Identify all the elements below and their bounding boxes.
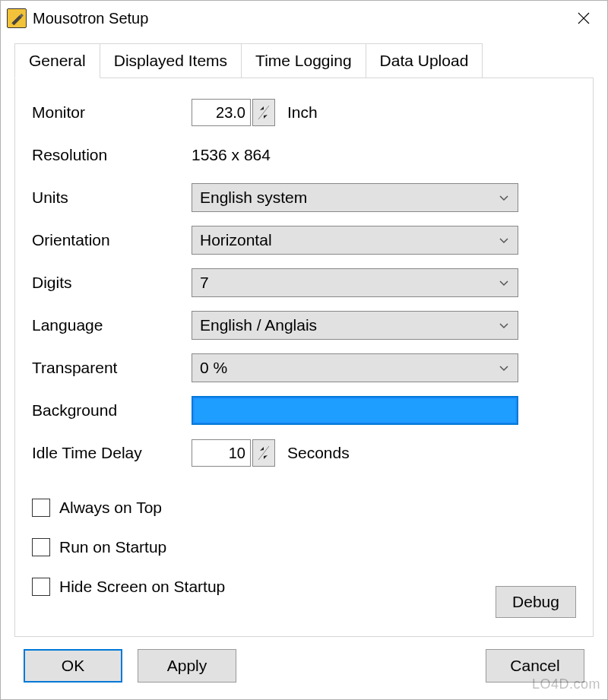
dialog-content: General Displayed Items Time Logging Dat… bbox=[1, 36, 607, 699]
monitor-spinner-buttons[interactable] bbox=[252, 99, 275, 126]
general-tab-panel: Monitor Inch Resolution 1536 x 864 bbox=[14, 78, 594, 637]
resolution-value: 1536 x 864 bbox=[192, 146, 271, 164]
orientation-select[interactable]: Horizontal bbox=[192, 226, 518, 255]
spinner-arrows-icon bbox=[256, 103, 271, 122]
orientation-label: Orientation bbox=[32, 231, 192, 249]
background-label: Background bbox=[32, 401, 192, 420]
background-color-swatch bbox=[195, 399, 515, 422]
language-select[interactable]: English / Anglais bbox=[192, 311, 518, 340]
checkbox-section: Always on Top Run on Startup Hide Screen… bbox=[32, 493, 576, 612]
digits-row: Digits 7 bbox=[32, 267, 576, 299]
digits-value: 7 bbox=[200, 274, 498, 292]
always-on-top-row: Always on Top bbox=[32, 493, 576, 522]
transparent-label: Transparent bbox=[32, 359, 192, 377]
background-row: Background bbox=[32, 394, 576, 426]
language-label: Language bbox=[32, 316, 192, 334]
hide-on-startup-label[interactable]: Hide Screen on Startup bbox=[59, 578, 225, 596]
chevron-down-icon bbox=[498, 192, 510, 204]
language-row: Language English / Anglais bbox=[32, 309, 576, 341]
idle-row: Idle Time Delay Seconds bbox=[32, 437, 576, 469]
transparent-row: Transparent 0 % bbox=[32, 352, 576, 384]
debug-button[interactable]: Debug bbox=[496, 586, 576, 618]
ok-button[interactable]: OK bbox=[24, 649, 122, 683]
language-value: English / Anglais bbox=[200, 316, 498, 334]
chevron-down-icon bbox=[498, 362, 510, 374]
resolution-row: Resolution 1536 x 864 bbox=[32, 139, 576, 171]
transparent-value: 0 % bbox=[200, 359, 498, 377]
run-on-startup-row: Run on Startup bbox=[32, 533, 576, 562]
units-label: Units bbox=[32, 188, 192, 207]
run-on-startup-checkbox[interactable] bbox=[32, 538, 50, 556]
monitor-label: Monitor bbox=[32, 103, 192, 122]
dialog-button-row: OK Apply Cancel bbox=[14, 637, 594, 692]
close-icon bbox=[578, 12, 590, 24]
idle-spinner: Seconds bbox=[192, 439, 350, 467]
monitor-row: Monitor Inch bbox=[32, 97, 576, 128]
idle-unit: Seconds bbox=[287, 444, 350, 462]
tab-displayed-items[interactable]: Displayed Items bbox=[100, 43, 242, 78]
chevron-down-icon bbox=[498, 277, 510, 289]
cancel-button[interactable]: Cancel bbox=[486, 649, 584, 683]
tab-strip: General Displayed Items Time Logging Dat… bbox=[14, 43, 594, 78]
tab-data-upload[interactable]: Data Upload bbox=[366, 43, 483, 78]
tab-time-logging[interactable]: Time Logging bbox=[241, 43, 366, 78]
transparent-select[interactable]: 0 % bbox=[192, 353, 518, 382]
always-on-top-label[interactable]: Always on Top bbox=[59, 499, 162, 517]
monitor-input[interactable] bbox=[192, 99, 251, 126]
orientation-value: Horizontal bbox=[200, 231, 498, 249]
orientation-row: Orientation Horizontal bbox=[32, 224, 576, 256]
idle-spinner-buttons[interactable] bbox=[252, 439, 275, 467]
monitor-spinner: Inch bbox=[192, 99, 318, 126]
idle-label: Idle Time Delay bbox=[32, 444, 192, 462]
close-button[interactable] bbox=[566, 1, 601, 36]
spinner-arrows-icon bbox=[256, 444, 271, 462]
units-value: English system bbox=[200, 188, 498, 207]
background-color-picker[interactable] bbox=[192, 396, 518, 425]
chevron-down-icon bbox=[498, 234, 510, 246]
units-row: Units English system bbox=[32, 182, 576, 214]
chevron-down-icon bbox=[498, 319, 510, 331]
tab-general[interactable]: General bbox=[14, 43, 100, 78]
titlebar: Mousotron Setup bbox=[1, 1, 607, 36]
digits-select[interactable]: 7 bbox=[192, 268, 518, 297]
resolution-label: Resolution bbox=[32, 146, 192, 164]
digits-label: Digits bbox=[32, 274, 192, 292]
window-title: Mousotron Setup bbox=[33, 10, 566, 27]
always-on-top-checkbox[interactable] bbox=[32, 499, 50, 517]
hide-on-startup-row: Hide Screen on Startup bbox=[32, 572, 576, 601]
hide-on-startup-checkbox[interactable] bbox=[32, 578, 50, 596]
idle-input[interactable] bbox=[192, 439, 251, 467]
units-select[interactable]: English system bbox=[192, 183, 518, 212]
monitor-unit: Inch bbox=[287, 103, 318, 122]
apply-button[interactable]: Apply bbox=[138, 649, 236, 683]
setup-dialog: Mousotron Setup General Displayed Items … bbox=[0, 0, 608, 700]
run-on-startup-label[interactable]: Run on Startup bbox=[59, 538, 166, 556]
app-icon bbox=[7, 8, 27, 28]
